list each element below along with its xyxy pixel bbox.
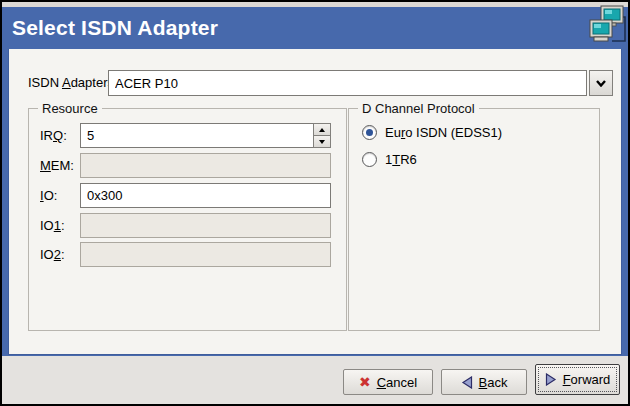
protocol-group-title: D Channel Protocol xyxy=(358,101,479,116)
adapter-combo-input[interactable] xyxy=(108,70,587,96)
radio-euro-isdn[interactable]: Euro ISDN (EDSS1) xyxy=(362,123,502,141)
back-button-label: Back xyxy=(479,375,508,390)
io-input[interactable] xyxy=(80,183,331,208)
radio-label: 1TR6 xyxy=(385,152,417,167)
irq-label: IRQ: xyxy=(40,123,67,148)
spin-down-icon xyxy=(319,140,325,144)
arrow-left-icon xyxy=(461,376,473,389)
resource-group-title: Resource xyxy=(38,101,102,116)
window-title: Select ISDN Adapter xyxy=(12,7,218,49)
mem-label: MEM: xyxy=(40,153,74,178)
back-button[interactable]: Back xyxy=(441,369,527,395)
titlebar: Select ISDN Adapter xyxy=(2,7,628,49)
content-panel: ISDN Adapters: Resource IRQ: MEM: IO: xyxy=(8,49,622,355)
isdn-adapter-dialog: { "window": { "title": "Select ISDN Adap… xyxy=(0,0,630,406)
radio-label: Euro ISDN (EDSS1) xyxy=(385,125,502,140)
io2-input xyxy=(80,242,331,267)
irq-input[interactable] xyxy=(80,123,314,148)
radio-button-icon xyxy=(362,125,377,140)
cancel-button[interactable]: ✖ Cancel xyxy=(343,369,433,395)
io1-input xyxy=(80,213,331,238)
arrow-right-icon xyxy=(545,373,557,386)
radio-1tr6[interactable]: 1TR6 xyxy=(362,150,417,168)
protocol-group: D Channel Protocol Euro ISDN (EDSS1) 1TR… xyxy=(348,108,600,331)
spinner-up-button[interactable] xyxy=(313,123,331,136)
network-computers-icon xyxy=(588,5,626,47)
io2-label: IO2: xyxy=(40,242,65,267)
resource-group: Resource IRQ: MEM: IO: IO1: IO2: xyxy=(28,108,347,331)
adapter-combobox[interactable] xyxy=(108,70,613,96)
forward-button[interactable]: Forward xyxy=(535,364,620,395)
adapter-label: ISDN Adapters: xyxy=(28,70,118,95)
spin-up-icon xyxy=(319,128,325,132)
spinner-buttons xyxy=(313,123,331,148)
cancel-button-label: Cancel xyxy=(377,375,417,390)
combo-dropdown-button[interactable] xyxy=(589,70,613,96)
io-label: IO: xyxy=(40,183,57,208)
chevron-down-icon xyxy=(596,80,606,87)
io1-label: IO1: xyxy=(40,213,65,238)
irq-spinner xyxy=(80,123,331,148)
mem-input xyxy=(80,153,331,178)
spinner-down-button[interactable] xyxy=(313,136,331,148)
cancel-x-icon: ✖ xyxy=(359,375,371,389)
radio-button-icon xyxy=(362,152,377,167)
forward-button-label: Forward xyxy=(563,372,611,387)
